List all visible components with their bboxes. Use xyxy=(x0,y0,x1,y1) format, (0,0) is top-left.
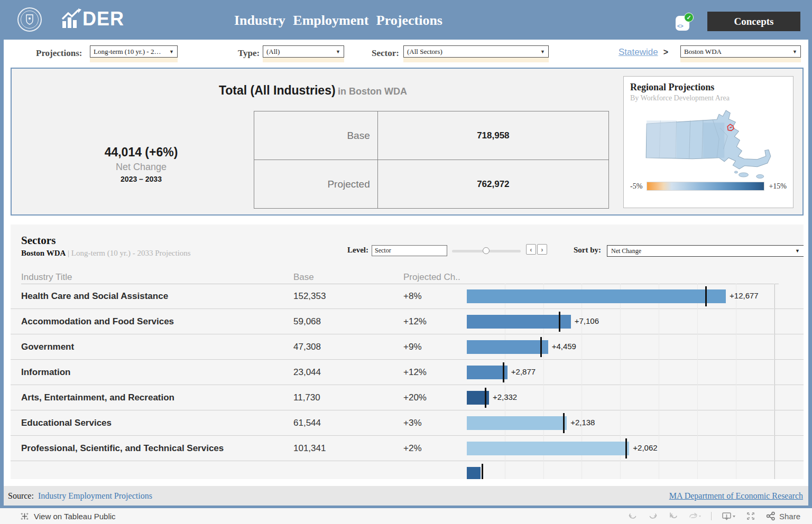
net-change-bar[interactable] xyxy=(467,366,508,379)
net-change-bar[interactable] xyxy=(467,340,548,354)
level-prev-button[interactable]: ‹ xyxy=(526,244,536,255)
massachusetts-map[interactable] xyxy=(639,107,778,179)
slider-handle[interactable] xyxy=(483,247,490,254)
industry-title: Information xyxy=(21,367,71,378)
net-change-label: +12,677 xyxy=(730,291,759,300)
fullscreen-icon[interactable] xyxy=(745,511,756,521)
column-header-industry[interactable]: Industry Title xyxy=(21,272,72,283)
download-icon[interactable] xyxy=(721,511,736,521)
total-card-title: Total (All Industries) in Boston WDA xyxy=(12,83,614,98)
legend-gradient-bar xyxy=(647,182,764,191)
industry-title: Government xyxy=(21,342,74,352)
industry-title: Accommodation and Food Services xyxy=(21,316,174,327)
regional-title: Regional Projections xyxy=(630,82,787,93)
regional-projections-card: Regional Projections By Workforce Develo… xyxy=(623,76,793,208)
chevron-down-icon: ▼ xyxy=(169,49,174,54)
share-icon xyxy=(765,511,776,521)
table-row[interactable]: Professional, Scientific, and Technical … xyxy=(11,436,804,461)
region-dropdown[interactable]: Boston WDA▼ xyxy=(680,45,801,58)
type-dropdown[interactable]: (All)▼ xyxy=(263,45,344,58)
base-value: 152,353 xyxy=(293,291,326,302)
app-header: DER Industry Employment Projections <> ✓… xyxy=(0,0,812,40)
chevron-down-icon: ▼ xyxy=(792,49,797,54)
undo-icon[interactable] xyxy=(628,511,638,521)
der-logo: DER xyxy=(60,8,124,30)
base-row-label: Base xyxy=(254,111,378,160)
sort-by-dropdown[interactable]: Net Change▼ xyxy=(607,245,804,257)
statewide-link[interactable]: Statewide xyxy=(619,47,658,57)
brand-text: DER xyxy=(82,8,124,30)
share-button[interactable]: Share xyxy=(765,511,800,521)
projected-change: +9% xyxy=(403,342,422,352)
dashboard-frame: Projections: Long-term (10 yr.) - 2…▼ Ty… xyxy=(0,40,812,508)
industry-title: Professional, Scientific, and Technical … xyxy=(21,443,224,454)
base-tick xyxy=(482,464,483,479)
base-value: 23,044 xyxy=(293,367,321,378)
level-next-button[interactable]: › xyxy=(537,244,547,255)
concepts-button[interactable]: Concepts xyxy=(707,12,800,31)
base-tick xyxy=(559,312,560,332)
industry-title: Health Care and Social Assistance xyxy=(21,291,168,302)
table-row: Projected 762,972 xyxy=(254,160,609,209)
base-tick xyxy=(540,337,542,357)
table-row-partial[interactable] xyxy=(11,461,804,479)
redo-icon[interactable] xyxy=(648,511,658,521)
legend-max-label: +15% xyxy=(769,182,787,191)
industry-title: Educational Services xyxy=(21,418,112,428)
table-row[interactable]: Information 23,044 +12% +2,877 xyxy=(11,360,804,385)
projected-change: +3% xyxy=(403,418,422,428)
filter-row: Projections: Long-term (10 yr.) - 2…▼ Ty… xyxy=(4,40,808,68)
projections-filter-label: Projections: xyxy=(36,48,82,59)
base-value: 11,730 xyxy=(293,392,320,403)
table-row[interactable]: Educational Services 61,544 +3% +2,138 xyxy=(11,410,804,436)
net-change-value: 44,014 (+6%) xyxy=(54,145,228,160)
net-change-label: +7,106 xyxy=(575,316,599,325)
table-row[interactable]: Arts, Entertainment, and Recreation 11,7… xyxy=(11,385,804,410)
toolbar-divider xyxy=(711,512,712,520)
base-tick xyxy=(485,388,486,408)
level-value-box[interactable]: Sector xyxy=(372,245,447,256)
tableau-logo-icon xyxy=(20,512,29,521)
projections-dropdown[interactable]: Long-term (10 yr.) - 2…▼ xyxy=(90,45,178,58)
net-change-bar[interactable] xyxy=(467,416,567,430)
column-header-base[interactable]: Base xyxy=(293,272,314,283)
reset-icon[interactable] xyxy=(668,511,678,521)
verified-code-badge-icon[interactable]: <> ✓ xyxy=(676,13,694,32)
view-on-tableau-link[interactable]: View on Tableau Public xyxy=(34,512,116,521)
net-change-bar[interactable] xyxy=(467,442,629,455)
net-change-label: +2,062 xyxy=(633,443,657,452)
tableau-public-toolbar: View on Tableau Public Share xyxy=(0,508,812,524)
bar-chart-arrow-icon xyxy=(60,8,82,30)
net-change-period: 2023 – 2033 xyxy=(54,175,228,183)
net-change-label: +2,877 xyxy=(511,367,536,376)
net-change-bar[interactable] xyxy=(467,467,481,479)
sector-dropdown[interactable]: (All Sectors)▼ xyxy=(403,45,549,58)
net-change-bar[interactable] xyxy=(467,289,726,303)
base-value: 59,068 xyxy=(293,316,321,327)
net-change-label: +2,138 xyxy=(570,418,595,427)
table-row[interactable]: Accommodation and Food Services 59,068 +… xyxy=(11,309,804,334)
base-value: 101,341 xyxy=(293,443,326,454)
refresh-icon[interactable] xyxy=(688,511,702,521)
table-row[interactable]: Health Care and Social Assistance 152,35… xyxy=(11,284,804,309)
net-change-label: +2,332 xyxy=(493,392,517,401)
column-header-projected[interactable]: Projected Ch.. xyxy=(403,272,460,283)
projected-row-label: Projected xyxy=(254,160,378,209)
net-change-block: 44,014 (+6%) Net Change 2023 – 2033 xyxy=(54,145,228,183)
base-value: 47,308 xyxy=(293,342,321,352)
net-change-bar[interactable] xyxy=(467,315,571,329)
base-tick xyxy=(503,362,504,382)
table-row[interactable]: Government 47,308 +9% +4,459 xyxy=(11,334,804,360)
source-link[interactable]: Industry Employment Projections xyxy=(38,491,152,501)
net-change-label: Net Change xyxy=(54,162,228,173)
sector-filter-label: Sector: xyxy=(372,48,399,59)
legend-min-label: -5% xyxy=(630,182,642,191)
base-tick xyxy=(563,413,565,433)
projected-row-value[interactable]: 762,972 xyxy=(377,160,608,209)
base-row-value[interactable]: 718,958 xyxy=(377,111,608,160)
table-row: Base 718,958 xyxy=(254,111,609,160)
massachusetts-seal-icon xyxy=(17,7,42,32)
department-link[interactable]: MA Department of Economic Research xyxy=(669,491,803,501)
base-tick xyxy=(705,286,707,306)
level-slider[interactable] xyxy=(452,250,521,252)
